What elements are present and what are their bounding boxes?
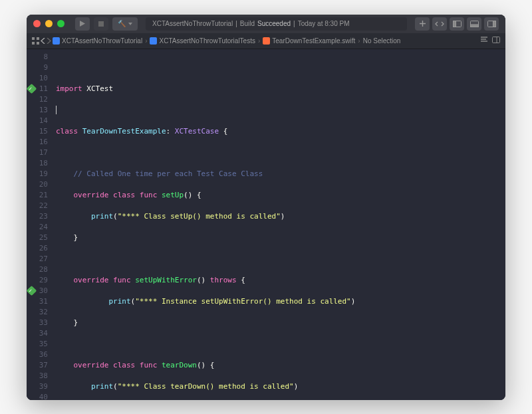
line-number: 26	[27, 243, 48, 254]
line-gutter[interactable]: 8 9 10 11 12 13 14 15 16 17 18 19 20 21 …	[27, 49, 53, 400]
line-number: 34	[27, 328, 48, 339]
breadcrumb-project[interactable]: XCTAssertNoThrowTutorial	[53, 37, 142, 45]
line-number: 21	[27, 190, 48, 201]
line-number: 31	[27, 296, 48, 307]
line-number: 38	[27, 371, 48, 381]
svg-rect-4	[470, 25, 478, 27]
svg-rect-11	[493, 37, 500, 43]
line-number: 24	[27, 222, 48, 233]
line-number: 40	[27, 392, 48, 400]
breadcrumb-bar: XCTAssertNoThrowTutorial › XCTAssertNoTh…	[27, 33, 505, 49]
svg-rect-2	[453, 21, 456, 27]
titlebar: 🔨 XCTAssertNoThrowTutorial | Build Succe…	[27, 15, 505, 33]
breadcrumb-separator: ›	[145, 37, 147, 45]
activity-status[interactable]: XCTAssertNoThrowTutorial | Build Succeed…	[146, 17, 407, 31]
line-number: 32	[27, 307, 48, 318]
line-number: 14	[27, 116, 48, 126]
line-number: 17	[27, 148, 48, 158]
line-number: 35	[27, 339, 48, 350]
grid-icon	[32, 37, 39, 45]
stop-button[interactable]	[94, 17, 108, 31]
line-number: 28	[27, 264, 48, 275]
svg-rect-9	[32, 42, 35, 45]
svg-rect-0	[98, 21, 104, 27]
svg-rect-7	[32, 37, 35, 40]
line-number: 37	[27, 360, 48, 371]
adjust-editor-options-button[interactable]	[492, 37, 500, 45]
line-number: 20	[27, 179, 48, 190]
line-number: 36	[27, 350, 48, 360]
line-number: 33	[27, 318, 48, 328]
text-cursor	[56, 106, 57, 114]
minimap-button[interactable]	[480, 37, 488, 45]
status-time: Today at 8:30 PM	[298, 20, 350, 27]
close-window-button[interactable]	[33, 20, 41, 27]
code-review-button[interactable]	[432, 17, 447, 31]
breadcrumb-separator: ›	[358, 37, 360, 45]
test-success-diamond-icon[interactable]	[27, 83, 37, 94]
svg-rect-6	[493, 21, 495, 27]
breadcrumb-selection[interactable]: No Selection	[363, 37, 401, 45]
line-number[interactable]: 30	[27, 286, 48, 296]
scheme-selector[interactable]: 🔨	[112, 17, 138, 31]
swift-file-icon	[263, 37, 270, 45]
window-controls	[33, 20, 65, 27]
run-button[interactable]	[75, 17, 90, 31]
breadcrumb-file[interactable]: TearDownTestExample.swift	[263, 37, 355, 45]
folder-icon	[150, 37, 157, 45]
scheme-icon: 🔨	[118, 20, 126, 27]
line-number: 10	[27, 73, 48, 84]
breadcrumb-folder[interactable]: XCTAssertNoThrowTutorialTests	[150, 37, 255, 45]
chevron-down-icon	[128, 23, 132, 25]
line-number: 23	[27, 211, 48, 222]
project-icon	[53, 37, 60, 45]
nav-forward-button[interactable]	[47, 38, 51, 44]
line-number: 25	[27, 233, 48, 243]
toggle-left-panel-button[interactable]	[450, 17, 464, 31]
svg-rect-8	[37, 37, 39, 40]
fullscreen-window-button[interactable]	[57, 20, 65, 27]
chevron-right-icon	[47, 38, 51, 44]
line-number: 19	[27, 169, 48, 179]
chevron-left-icon	[41, 38, 45, 44]
svg-rect-10	[37, 42, 39, 45]
add-button[interactable]	[415, 17, 430, 31]
nav-back-button[interactable]	[41, 38, 45, 44]
related-items-button[interactable]	[32, 37, 39, 45]
line-number: 29	[27, 275, 48, 286]
code-area[interactable]: import XCTest class TearDownTestExample:…	[53, 49, 505, 400]
line-number[interactable]: 11	[27, 84, 48, 94]
line-number: 15	[27, 126, 48, 137]
minimize-window-button[interactable]	[45, 20, 53, 27]
toggle-bottom-panel-button[interactable]	[467, 17, 481, 31]
line-number: 8	[27, 52, 48, 62]
status-result: Succeeded	[257, 20, 291, 27]
test-success-diamond-icon[interactable]	[27, 285, 37, 296]
line-number: 39	[27, 381, 48, 392]
code-editor[interactable]: 8 9 10 11 12 13 14 15 16 17 18 19 20 21 …	[27, 49, 505, 400]
line-number: 12	[27, 94, 48, 105]
line-number: 9	[27, 62, 48, 73]
breadcrumb-separator: ›	[258, 37, 260, 45]
line-number: 16	[27, 137, 48, 148]
line-number: 18	[27, 158, 48, 169]
xcode-window: 🔨 XCTAssertNoThrowTutorial | Build Succe…	[27, 15, 505, 400]
status-project: XCTAssertNoThrowTutorial	[152, 20, 233, 27]
line-number: 22	[27, 201, 48, 211]
line-number: 13	[27, 105, 48, 116]
line-number: 27	[27, 254, 48, 264]
toggle-right-panel-button[interactable]	[484, 17, 499, 31]
